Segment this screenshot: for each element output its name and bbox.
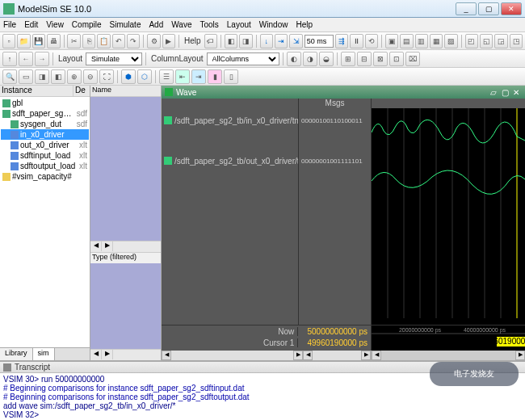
menu-edit[interactable]: Edit xyxy=(24,20,38,29)
names-scroll-left[interactable]: ◀ xyxy=(162,351,171,360)
plot-scroll-right[interactable]: ▶ xyxy=(515,351,525,360)
wave-close-button[interactable]: ✕ xyxy=(510,88,522,97)
tree-item[interactable]: out_x0_driverxlt xyxy=(1,140,89,150)
tree-item[interactable]: #vsim_capacity# xyxy=(1,171,89,182)
new-button[interactable]: ▫ xyxy=(2,34,15,48)
step-button[interactable]: ⇥ xyxy=(275,34,288,48)
menu-file[interactable]: File xyxy=(3,20,16,29)
tree-item[interactable]: gbl xyxy=(1,98,89,108)
type-body[interactable] xyxy=(90,263,161,350)
signal-row[interactable]: /sdft_paper_sg2_tb/out_x0_driver/tmp_o xyxy=(162,149,298,173)
tb2-a[interactable]: ◐ xyxy=(287,52,301,66)
dataflow-button[interactable]: ⬡ xyxy=(137,69,152,84)
wave-max-button[interactable]: ▢ xyxy=(499,88,510,97)
tb-c4[interactable]: ▦ xyxy=(430,34,443,48)
tb2-d[interactable]: ⊞ xyxy=(341,52,355,66)
menu-view[interactable]: View xyxy=(46,20,64,29)
wave-timeline[interactable]: 20000000000 ps 40000000000 ps 4996019000… xyxy=(372,326,525,351)
sel-button[interactable]: ▮ xyxy=(208,69,222,84)
menu-add[interactable]: Add xyxy=(149,20,163,29)
menu-help[interactable]: Help xyxy=(296,20,313,29)
tb2-f[interactable]: ⊠ xyxy=(373,52,388,66)
tb-d1[interactable]: ◰ xyxy=(465,34,478,48)
zoom-in-button[interactable]: ⊕ xyxy=(67,69,82,84)
step-over-button[interactable]: ⇲ xyxy=(289,34,302,48)
obj-scroll-right[interactable]: ▶ xyxy=(102,242,113,251)
plot-scroll-left[interactable]: ◀ xyxy=(372,351,381,360)
save-button[interactable]: 💾 xyxy=(32,34,45,48)
compile-button[interactable]: ⚙ xyxy=(147,34,160,48)
break-button[interactable]: ⏸ xyxy=(350,34,363,48)
tree-item[interactable]: sdftoutput_loadxlt xyxy=(1,161,89,171)
tree-item[interactable]: sdftinput_loadxlt xyxy=(1,150,89,161)
vals-scroll-right[interactable]: ▶ xyxy=(361,351,371,360)
tb-b[interactable]: ◨ xyxy=(239,34,252,48)
tree-item[interactable]: sdft_paper_sg2_tbsdf xyxy=(1,108,89,119)
wave-col-msgs[interactable]: Msgs xyxy=(299,99,372,108)
list-button[interactable]: ☰ xyxy=(159,69,174,84)
instance-tree[interactable]: gblsdft_paper_sg2_tbsdfsysgen_dutsdfin_x… xyxy=(0,97,90,347)
cut-button[interactable]: ✂ xyxy=(67,34,80,48)
cursor-prev-button[interactable]: ⇤ xyxy=(175,69,190,84)
tb-d2[interactable]: ◱ xyxy=(480,34,493,48)
run-button[interactable]: ↓ xyxy=(260,34,273,48)
zoom-out-button[interactable]: ⊖ xyxy=(83,69,98,84)
tab-sim[interactable]: sim xyxy=(33,348,55,360)
tree-item[interactable]: sysgen_dutsdf xyxy=(1,119,89,129)
run-time-input[interactable] xyxy=(304,35,334,48)
tree-item[interactable]: in_x0_driver xyxy=(1,129,89,140)
tb2-e[interactable]: ⊟ xyxy=(357,52,372,66)
copy-button[interactable]: ⎘ xyxy=(82,34,95,48)
tb3-b[interactable]: ◨ xyxy=(35,69,49,84)
undo-button[interactable]: ↶ xyxy=(112,34,125,48)
menu-simulate[interactable]: Simulate xyxy=(110,20,141,29)
tb-c1[interactable]: ▣ xyxy=(385,34,398,48)
run-all-button[interactable]: ⇶ xyxy=(335,34,348,48)
transcript-body[interactable]: VSIM 30> run 50000000000 # Beginning com… xyxy=(0,373,525,420)
tb2-c[interactable]: ◒ xyxy=(319,52,334,66)
signal-row[interactable]: /sdft_paper_sg2_tb/in_x0_driver/tmp_o xyxy=(162,108,298,132)
wave-undock-button[interactable]: ▱ xyxy=(488,88,499,97)
tb-c2[interactable]: ▤ xyxy=(400,34,413,48)
type-scroll-left[interactable]: ◀ xyxy=(90,350,102,359)
right-button[interactable]: → xyxy=(35,52,49,66)
open-button[interactable]: 📁 xyxy=(17,34,30,48)
tb2-h[interactable]: ⌧ xyxy=(405,52,420,66)
tb-c5[interactable]: ▧ xyxy=(444,34,457,48)
plot-scrollbar[interactable] xyxy=(381,351,515,360)
paste-button[interactable]: 📋 xyxy=(97,34,110,48)
menu-compile[interactable]: Compile xyxy=(72,20,102,29)
minimize-button[interactable]: _ xyxy=(456,2,477,15)
left-button[interactable]: ← xyxy=(19,52,33,66)
cursor-next-button[interactable]: ⇥ xyxy=(191,69,206,84)
tb-d4[interactable]: ◳ xyxy=(510,34,523,48)
menu-tools[interactable]: Tools xyxy=(200,20,218,29)
tb-a[interactable]: ◧ xyxy=(225,34,237,48)
wave-signal-names[interactable]: /sdft_paper_sg2_tb/in_x0_driver/tmp_o /s… xyxy=(162,108,299,325)
type-filter[interactable]: Type (filtered) xyxy=(90,252,161,263)
names-scroll-right[interactable]: ▶ xyxy=(293,351,303,360)
help-button[interactable]: 🏷 xyxy=(204,34,217,48)
struct-button[interactable]: ⬢ xyxy=(121,69,136,84)
col-design[interactable]: De xyxy=(74,86,90,96)
tb3-d[interactable]: ▯ xyxy=(224,69,238,84)
tb2-g[interactable]: ⊡ xyxy=(389,52,404,66)
tb3-a[interactable]: ▭ xyxy=(19,69,33,84)
wave-titlebar[interactable]: Wave ▱ ▢ ✕ xyxy=(162,86,525,99)
tb-c3[interactable]: ▥ xyxy=(415,34,428,48)
find-button[interactable]: 🔍 xyxy=(2,69,17,84)
menu-wave[interactable]: Wave xyxy=(171,20,191,29)
col-instance[interactable]: Instance xyxy=(0,86,74,96)
maximize-button[interactable]: ▢ xyxy=(478,2,499,15)
tab-library[interactable]: Library xyxy=(0,348,33,360)
close-button[interactable]: ✕ xyxy=(501,2,522,15)
objects-header[interactable]: Name xyxy=(90,86,161,97)
tb3-c[interactable]: ◧ xyxy=(51,69,65,84)
wave-col-name[interactable] xyxy=(162,99,299,108)
tb-d3[interactable]: ◲ xyxy=(494,34,507,48)
objects-body[interactable] xyxy=(90,97,161,241)
restart-button[interactable]: ⟲ xyxy=(365,34,378,48)
zoom-fit-button[interactable]: ⛶ xyxy=(99,69,114,84)
sim-button[interactable]: ▶ xyxy=(162,34,175,48)
cursor-label[interactable]: Cursor 1 xyxy=(162,338,298,347)
